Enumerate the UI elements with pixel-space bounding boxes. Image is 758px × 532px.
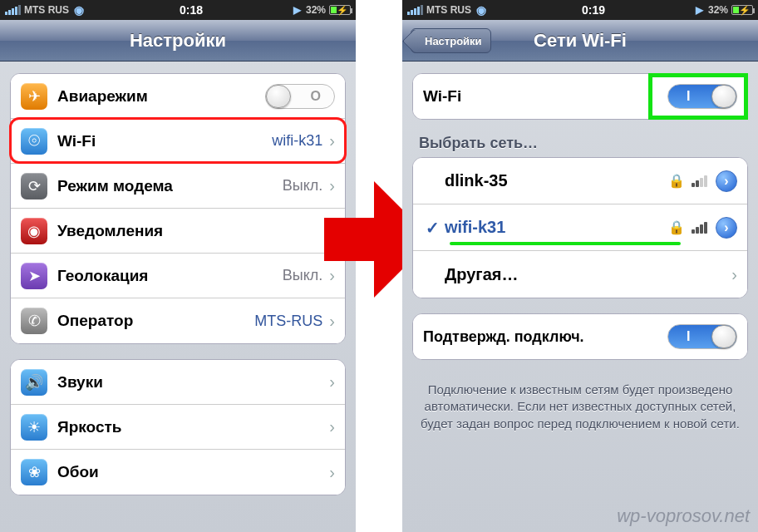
phone-settings: MTS RUS ◉ 0:18 ▶ 32% ⚡ Настройки ✈ Авиар… [0,0,356,532]
row-wallpaper[interactable]: ❀ Обои › [11,450,345,495]
back-label: Настройки [425,35,482,47]
network-name: dlink-35 [445,171,668,190]
signal-icon [692,222,707,234]
brightness-label: Яркость [57,418,329,436]
watermark: wp-voprosov.net [617,505,750,527]
chevron-right-icon: › [329,417,335,436]
row-airplane-mode[interactable]: ✈ Авиарежим [11,74,345,119]
brightness-icon: ☀ [21,414,47,441]
airplane-toggle[interactable] [265,84,335,109]
wifi-row-icon: ⦾ [21,128,47,155]
battery-percent: 32% [708,4,728,16]
ask-toggle[interactable] [667,324,737,349]
signal-bars-icon [5,5,21,15]
network-name: wifi-k31 [445,218,668,237]
settings-group-2: 🔊 Звуки › ☀ Яркость › ❀ Обои › [10,359,346,495]
play-icon: ▶ [696,4,703,16]
chevron-right-icon: › [329,131,335,150]
network-detail-button[interactable] [716,217,737,239]
play-icon: ▶ [293,4,301,16]
location-icon: ➤ [21,263,47,289]
battery-percent: 32% [306,4,326,16]
carrier-label: MTS RUS [24,4,69,16]
ask-label: Подтвержд. подключ. [423,328,667,346]
chevron-right-icon: › [329,463,335,482]
location-value: Выкл. [283,267,323,284]
highlight-connected-underline [450,242,681,245]
ask-group: Подтвержд. подключ. [412,313,748,360]
phone-wifi-settings: MTS RUS ◉ 0:19 ▶ 32% ⚡ Настройки Сети Wi… [402,0,758,532]
airplane-icon: ✈ [21,83,47,110]
content: Wi-Fi Выбрать сеть… dlink-35 🔒 ✓ wifi-k3… [402,62,758,444]
hotspot-label: Режим модема [57,177,283,195]
carrier-icon: ✆ [21,308,47,334]
settings-group-1: ✈ Авиарежим ⦾ Wi-Fi wifi-k31 › ⟳ Режим м… [10,73,346,344]
network-dlink35[interactable]: dlink-35 🔒 [413,158,747,204]
row-carrier[interactable]: ✆ Оператор MTS-RUS › [11,298,345,343]
checkmark-icon: ✓ [423,218,441,238]
signal-bars-icon [407,5,423,15]
network-other-label: Другая… [445,265,731,284]
lock-icon: 🔒 [668,173,685,189]
location-label: Геолокация [57,267,283,285]
sound-icon: 🔊 [21,369,47,396]
wifi-toggle-group: Wi-Fi [412,73,748,120]
row-notifications[interactable]: ◉ Уведомления › [11,209,345,254]
wifi-label: Wi-Fi [57,132,272,150]
wallpaper-label: Обои [57,463,329,481]
status-bar: MTS RUS ◉ 0:19 ▶ 32% ⚡ [402,0,758,20]
network-other[interactable]: Другая… › [413,251,747,298]
nav-bar: Настройки Сети Wi-Fi [402,20,758,62]
content: ✈ Авиарежим ⦾ Wi-Fi wifi-k31 › ⟳ Режим м… [0,62,356,522]
section-choose-network: Выбрать сеть… [412,135,748,157]
carrier-row-label: Оператор [57,312,254,330]
networks-group: dlink-35 🔒 ✓ wifi-k31 🔒 Другая… › [412,157,748,298]
battery-icon: ⚡ [329,5,351,15]
status-bar: MTS RUS ◉ 0:18 ▶ 32% ⚡ [0,0,356,20]
hotspot-icon: ⟳ [21,173,47,200]
clock: 0:18 [89,3,293,17]
row-hotspot[interactable]: ⟳ Режим модема Выкл. › [11,164,345,209]
nav-bar: Настройки [0,20,356,62]
chevron-right-icon: › [329,372,335,392]
lock-icon: 🔒 [668,219,685,235]
row-location[interactable]: ➤ Геолокация Выкл. › [11,254,345,298]
airplane-label: Авиарежим [57,87,265,106]
sound-label: Звуки [57,373,329,392]
wallpaper-icon: ❀ [21,459,47,485]
back-button[interactable]: Настройки [411,28,491,53]
row-brightness[interactable]: ☀ Яркость › [11,405,345,450]
page-title: Настройки [130,30,226,52]
network-wifi-k31[interactable]: ✓ wifi-k31 🔒 [413,204,747,251]
hotspot-value: Выкл. [283,177,323,195]
chevron-right-icon: › [731,265,737,284]
carrier-value: MTS-RUS [254,313,322,330]
clock: 0:19 [491,3,696,17]
row-wifi-toggle[interactable]: Wi-Fi [413,74,747,119]
page-title: Сети Wi-Fi [534,30,627,52]
footer-text: Подключение к известным сетям будет прои… [412,375,748,432]
wifi-icon: ◉ [74,4,84,16]
notifications-icon: ◉ [21,218,47,244]
wifi-value: wifi-k31 [272,132,322,150]
network-detail-button[interactable] [716,170,737,192]
signal-icon [692,175,707,187]
wifi-icon: ◉ [476,4,486,16]
wifi-toggle[interactable] [667,84,737,109]
wifi-toggle-label: Wi-Fi [423,87,667,106]
carrier-label: MTS RUS [426,4,471,16]
row-wifi[interactable]: ⦾ Wi-Fi wifi-k31 › [11,119,345,164]
row-ask-to-join[interactable]: Подтвержд. подключ. [413,314,747,359]
battery-icon: ⚡ [731,5,753,15]
row-sounds[interactable]: 🔊 Звуки › [11,360,345,405]
chevron-right-icon: › [329,312,335,331]
notifications-label: Уведомления [57,222,329,240]
